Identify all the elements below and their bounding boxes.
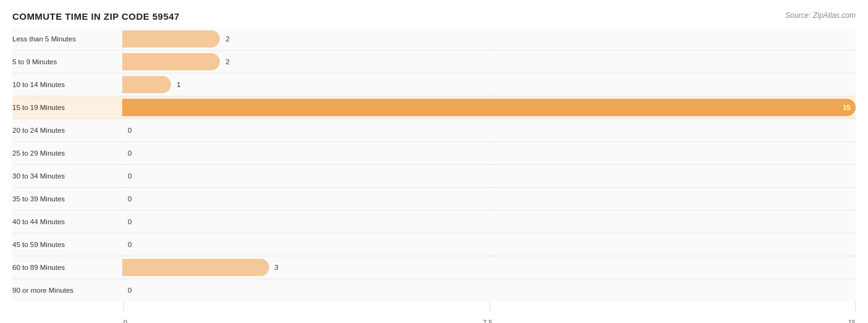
bar-row: 30 to 34 Minutes0 <box>12 165 856 187</box>
bar-track: 0 <box>122 279 856 301</box>
rows-area: Less than 5 Minutes25 to 9 Minutes210 to… <box>12 28 856 316</box>
bar-track: 0 <box>122 211 856 233</box>
bar-row: Less than 5 Minutes2 <box>12 28 856 50</box>
bar-track: 15 <box>122 96 856 119</box>
x-axis: 07.515 <box>123 316 856 323</box>
bar-track: 0 <box>122 188 856 210</box>
bar-label: 15 to 19 Minutes <box>12 104 122 111</box>
bar-fill: 15 <box>122 99 856 116</box>
bar-label: Less than 5 Minutes <box>12 35 122 43</box>
bar-label: 35 to 39 Minutes <box>12 195 122 203</box>
bar-row: 20 to 24 Minutes0 <box>12 119 856 141</box>
x-axis-label: 7.5 <box>483 319 492 323</box>
chart-body: Less than 5 Minutes25 to 9 Minutes210 to… <box>12 28 856 323</box>
bar-value: 0 <box>125 149 131 157</box>
bar-fill: 2 <box>122 30 220 48</box>
bar-value: 0 <box>125 287 131 294</box>
bar-label: 60 to 89 Minutes <box>12 264 122 271</box>
bar-value: 0 <box>125 195 131 203</box>
bar-row: 45 to 59 Minutes0 <box>12 233 856 256</box>
chart-container: COMMUTE TIME IN ZIP CODE 59547 Source: Z… <box>0 0 868 323</box>
bar-track: 2 <box>122 51 856 73</box>
chart-source: Source: ZipAtlas.com <box>785 11 856 20</box>
bar-row: 35 to 39 Minutes0 <box>12 188 856 210</box>
bar-row: 60 to 89 Minutes3 <box>12 256 856 279</box>
bar-label: 90 or more Minutes <box>12 287 122 294</box>
bar-label: 10 to 14 Minutes <box>12 81 122 88</box>
bar-track: 3 <box>122 256 856 279</box>
bar-fill: 3 <box>122 259 269 276</box>
bar-value: 2 <box>223 35 229 43</box>
bar-label: 5 to 9 Minutes <box>12 58 122 65</box>
bar-track: 0 <box>122 142 856 164</box>
bar-row: 90 or more Minutes0 <box>12 279 856 301</box>
bar-row: 40 to 44 Minutes0 <box>12 211 856 233</box>
bar-label: 40 to 44 Minutes <box>12 218 122 225</box>
bar-fill: 1 <box>122 76 171 93</box>
chart-header: COMMUTE TIME IN ZIP CODE 59547 Source: Z… <box>12 11 856 22</box>
bar-label: 45 to 59 Minutes <box>12 241 122 248</box>
chart-title: COMMUTE TIME IN ZIP CODE 59547 <box>12 11 180 22</box>
bar-row: 25 to 29 Minutes0 <box>12 142 856 164</box>
bar-row: 10 to 14 Minutes1 <box>12 73 856 96</box>
bar-track: 2 <box>122 28 856 50</box>
bar-value: 3 <box>272 264 278 271</box>
bar-label: 25 to 29 Minutes <box>12 149 122 157</box>
bar-row: 5 to 9 Minutes2 <box>12 51 856 73</box>
bar-track: 0 <box>122 165 856 187</box>
bar-value: 0 <box>125 127 131 134</box>
bar-label: 20 to 24 Minutes <box>12 127 122 134</box>
bar-value: 2 <box>223 58 229 65</box>
bar-value: 0 <box>125 218 131 225</box>
bar-value-inside: 15 <box>843 104 856 111</box>
bar-track: 0 <box>122 233 856 256</box>
bar-label: 30 to 34 Minutes <box>12 172 122 180</box>
bar-value: 0 <box>125 241 131 248</box>
bar-row: 15 to 19 Minutes15 <box>12 96 856 119</box>
x-axis-label: 0 <box>123 319 127 323</box>
bar-value: 0 <box>125 172 131 180</box>
bar-value: 1 <box>174 81 180 88</box>
x-axis-label: 15 <box>848 319 856 323</box>
bar-fill: 2 <box>122 53 220 70</box>
bar-track: 0 <box>122 119 856 141</box>
bar-track: 1 <box>122 73 856 96</box>
